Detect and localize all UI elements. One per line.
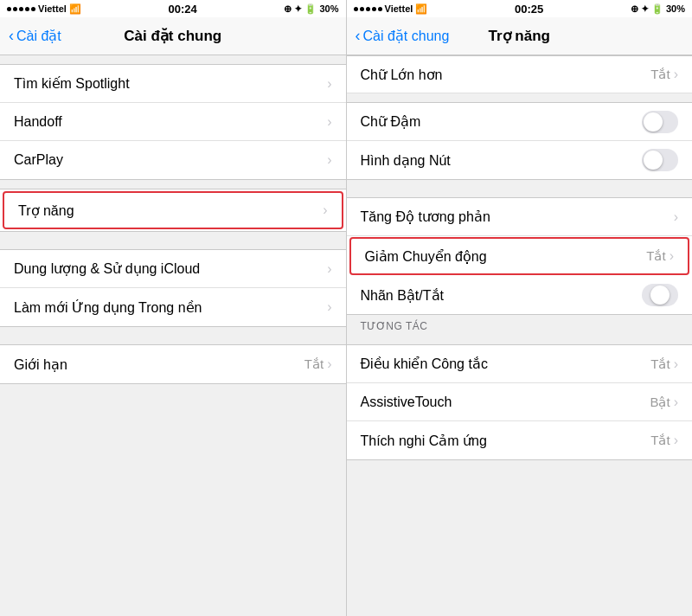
list-item-tang-do[interactable]: Tăng Độ tương phản ›: [347, 198, 693, 236]
item-label-chu-dam: Chữ Đậm: [361, 113, 421, 130]
chevron-back-icon: ‹: [9, 27, 14, 45]
list-item-dung-luong[interactable]: Dung lượng & Sử dụng iCloud ›: [0, 250, 346, 288]
item-value-thich-nghi: Tắt: [650, 433, 670, 448]
carrier-right: Viettel: [385, 3, 413, 14]
item-label-chu-lon-hon: Chữ Lớn hơn: [361, 67, 443, 83]
status-right-right: ⊕ ✦ 🔋 30%: [631, 3, 685, 15]
right-list-group-1: Chữ Đậm Hình dạng Nút: [347, 102, 693, 180]
chevron-right-icon: ›: [670, 248, 674, 264]
location-icon: ⊕: [284, 3, 292, 15]
list-item-assistive[interactable]: AssistiveTouch Bật ›: [347, 383, 693, 421]
list-item-hinh-dang-nut[interactable]: Hình dạng Nút: [347, 141, 693, 179]
chevron-right-icon: ›: [674, 433, 678, 448]
chevron-right-icon: ›: [327, 299, 331, 315]
left-content: Tìm kiếm Spotlight › Handoff › CarPlay ›…: [0, 55, 346, 616]
item-label-tang-do: Tăng Độ tương phản: [361, 209, 490, 225]
item-value-assistive: Bật: [650, 395, 670, 410]
list-group-2: Dung lượng & Sử dụng iCloud › Làm mới Ứn…: [0, 249, 346, 327]
item-value-chu-lon-hon: Tắt: [650, 67, 670, 82]
left-panel: Viettel 📶 00:24 ⊕ ✦ 🔋 30% ‹ Cài đặt Cài …: [0, 0, 346, 616]
item-right-thich-nghi: Tắt ›: [650, 433, 678, 448]
list-item-thich-nghi[interactable]: Thích nghi Cảm ứng Tắt ›: [347, 421, 693, 459]
nav-bar-right: ‹ Cài đặt chung Trợ năng: [347, 17, 693, 55]
list-item-chu-dam[interactable]: Chữ Đậm: [347, 103, 693, 141]
section-tuong-tac: TƯƠNG TÁC: [347, 315, 693, 336]
item-label-dung-luong: Dung lượng & Sử dụng iCloud: [14, 260, 200, 277]
list-group-1: Tìm kiếm Spotlight › Handoff › CarPlay ›: [0, 64, 346, 180]
item-label-carplay: CarPlay: [14, 152, 63, 168]
chevron-right-icon: ›: [327, 76, 331, 92]
item-label-handoff: Handoff: [14, 114, 62, 130]
status-left-right: Viettel 📶: [354, 3, 428, 15]
bluetooth-icon-right: ✦: [641, 3, 649, 15]
item-label-nhan-bat-tat: Nhãn Bật/Tắt: [361, 287, 444, 304]
item-right-assistive: Bật ›: [650, 395, 678, 410]
list-item-giam-chuyen-dong[interactable]: Giảm Chuyển động Tắt ›: [349, 237, 690, 275]
item-right-chu-lon-hon: Tắt ›: [650, 67, 678, 82]
status-bar-right: Viettel 📶 00:25 ⊕ ✦ 🔋 30%: [347, 0, 693, 17]
bluetooth-icon: ✦: [294, 3, 302, 15]
chevron-right-icon: ›: [327, 261, 331, 277]
toggle-nhan-bat-tat[interactable]: [642, 284, 678, 306]
list-item-tro-nang[interactable]: Trợ năng ›: [3, 191, 343, 229]
time-left: 00:24: [168, 3, 196, 16]
item-label-hinh-dang-nut: Hình dạng Nút: [361, 152, 451, 169]
list-item-dieu-khien[interactable]: Điều khiển Công tắc Tắt ›: [347, 345, 693, 383]
nav-title-left: Cài đặt chung: [124, 27, 221, 45]
status-left: Viettel 📶: [7, 3, 81, 15]
list-group-3: Giới hạn Tắt ›: [0, 344, 346, 384]
item-label-assistive: AssistiveTouch: [361, 395, 452, 410]
list-item-carplay[interactable]: CarPlay ›: [0, 141, 346, 179]
list-item-gioi-han[interactable]: Giới hạn Tắt ›: [0, 345, 346, 383]
right-panel: Viettel 📶 00:25 ⊕ ✦ 🔋 30% ‹ Cài đặt chun…: [347, 0, 693, 616]
chevron-right-icon: ›: [674, 356, 678, 372]
right-list-group-2: Tăng Độ tương phản › Giảm Chuyển động Tắ…: [347, 197, 693, 315]
status-right-left: ⊕ ✦ 🔋 30%: [284, 3, 338, 15]
item-value-dieu-khien: Tắt: [650, 356, 670, 372]
chevron-right-icon: ›: [327, 152, 331, 168]
toggle-chu-dam[interactable]: [642, 111, 678, 133]
status-bar-left: Viettel 📶 00:24 ⊕ ✦ 🔋 30%: [0, 0, 346, 17]
back-label-right: Cài đặt chung: [363, 28, 450, 44]
item-value-giam-chuyen-dong: Tắt: [646, 248, 665, 264]
battery-right: 🔋 30%: [651, 3, 685, 15]
chevron-right-icon: ›: [327, 114, 331, 130]
item-right-giam-chuyen-dong: Tắt ›: [646, 248, 674, 264]
chevron-right-icon: ›: [327, 356, 331, 372]
nav-bar-left: ‹ Cài đặt Cài đặt chung: [0, 17, 346, 55]
signal-icon: 📶: [69, 3, 81, 15]
signal-dots-right: [354, 7, 382, 11]
list-item-chu-lon-hon[interactable]: Chữ Lớn hơn Tắt ›: [347, 55, 693, 93]
chevron-right-icon: ›: [674, 67, 678, 82]
item-label-lam-moi: Làm mới Ứng dụng Trong nền: [14, 299, 202, 316]
item-label-dieu-khien: Điều khiển Công tắc: [361, 356, 488, 372]
item-value-gioi-han: Tắt: [304, 356, 324, 372]
chevron-right-icon: ›: [674, 209, 678, 225]
chevron-right-icon: ›: [323, 202, 327, 218]
right-list-group-4: Điều khiển Công tắc Tắt › AssistiveTouch…: [347, 344, 693, 460]
item-label-giam-chuyen-dong: Giảm Chuyển động: [365, 248, 487, 265]
list-item-handoff[interactable]: Handoff ›: [0, 103, 346, 141]
toggle-hinh-dang-nut[interactable]: [642, 149, 678, 171]
right-content: Chữ Lớn hơn Tắt › Chữ Đậm Hình dạng Nút …: [347, 55, 693, 616]
back-label-left: Cài đặt: [16, 28, 61, 44]
location-icon-right: ⊕: [631, 3, 638, 15]
item-right-dieu-khien: Tắt ›: [650, 356, 678, 372]
battery-left: 🔋 30%: [304, 3, 338, 15]
time-right: 00:25: [515, 3, 543, 16]
list-item-lam-moi[interactable]: Làm mới Ứng dụng Trong nền ›: [0, 288, 346, 326]
signal-dots: [7, 7, 35, 11]
nav-title-right: Trợ năng: [489, 27, 550, 45]
item-label-tim-kiem: Tìm kiếm Spotlight: [14, 75, 130, 92]
item-label-thich-nghi: Thích nghi Cảm ứng: [361, 433, 487, 449]
chevron-right-icon: ›: [674, 395, 678, 410]
item-label-tro-nang: Trợ năng: [18, 202, 74, 219]
carrier-left: Viettel: [38, 3, 67, 14]
chevron-back-icon-right: ‹: [356, 27, 361, 45]
item-label-gioi-han: Giới hạn: [14, 356, 67, 373]
item-right-gioi-han: Tắt ›: [304, 356, 332, 372]
list-item-nhan-bat-tat[interactable]: Nhãn Bật/Tắt: [347, 276, 693, 314]
back-button-right[interactable]: ‹ Cài đặt chung: [356, 27, 450, 45]
list-item-tim-kiem[interactable]: Tìm kiếm Spotlight ›: [0, 65, 346, 103]
back-button-left[interactable]: ‹ Cài đặt: [9, 27, 61, 45]
